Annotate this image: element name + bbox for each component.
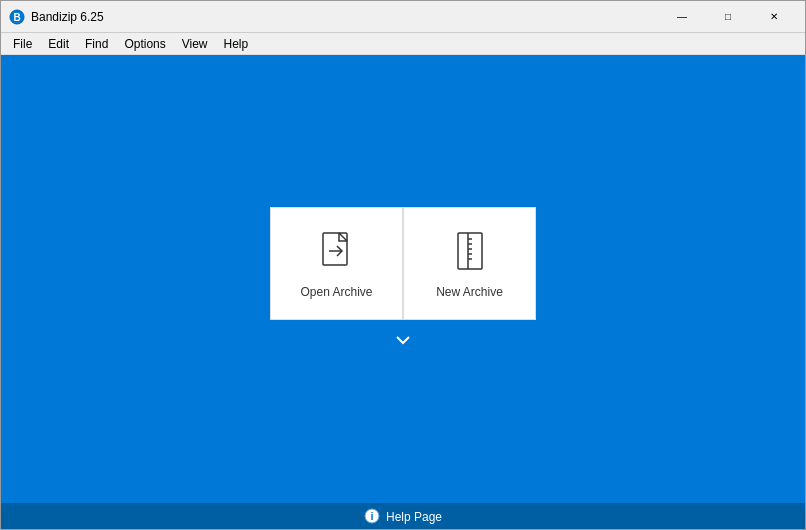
open-archive-card[interactable]: Open Archive — [270, 207, 403, 320]
menu-bar: File Edit Find Options View Help — [1, 33, 805, 55]
maximize-button[interactable]: □ — [705, 1, 751, 33]
title-bar: B Bandizip 6.25 — □ ✕ — [1, 1, 805, 33]
menu-options[interactable]: Options — [116, 35, 173, 53]
cards-container: Open Archive New Archive — [270, 207, 536, 320]
menu-find[interactable]: Find — [77, 35, 116, 53]
new-archive-label: New Archive — [436, 285, 503, 299]
chevron-container — [387, 328, 419, 352]
status-bar: i Help Page — [1, 503, 805, 530]
menu-file[interactable]: File — [5, 35, 40, 53]
close-button[interactable]: ✕ — [751, 1, 797, 33]
menu-help[interactable]: Help — [216, 35, 257, 53]
window-controls: — □ ✕ — [659, 1, 797, 33]
open-archive-label: Open Archive — [300, 285, 372, 299]
new-archive-card[interactable]: New Archive — [403, 207, 536, 320]
help-page-label[interactable]: Help Page — [386, 510, 442, 524]
window-title: Bandizip 6.25 — [31, 10, 659, 24]
svg-text:i: i — [370, 510, 373, 522]
info-icon: i — [364, 508, 380, 527]
minimize-button[interactable]: — — [659, 1, 705, 33]
svg-text:B: B — [13, 12, 20, 23]
menu-view[interactable]: View — [174, 35, 216, 53]
new-archive-icon — [446, 227, 494, 275]
main-content: Open Archive New Archive — [1, 55, 805, 503]
menu-edit[interactable]: Edit — [40, 35, 77, 53]
expand-button[interactable] — [387, 328, 419, 352]
open-archive-icon — [313, 227, 361, 275]
app-icon: B — [9, 9, 25, 25]
